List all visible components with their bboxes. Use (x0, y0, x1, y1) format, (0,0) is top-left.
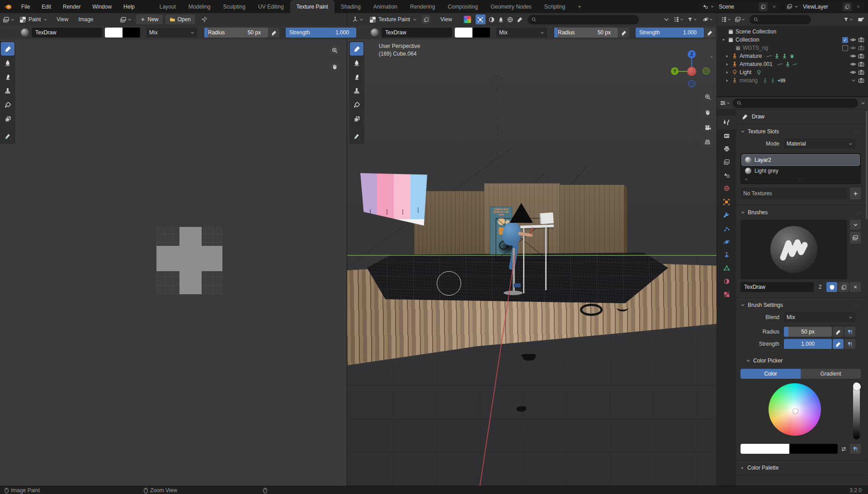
image-mode-dropdown[interactable]: Paint (20, 16, 47, 23)
color-palette-panel-header[interactable]: Color Palette (736, 463, 866, 472)
menu-render[interactable]: Render (57, 0, 86, 13)
camera-icon[interactable] (858, 77, 864, 84)
blend-mode-dropdown[interactable]: Mix (496, 28, 547, 38)
collection-checkbox[interactable] (842, 45, 848, 51)
menu-view[interactable]: View (436, 14, 457, 25)
gradient-board[interactable] (360, 173, 427, 226)
sidebar-collapse-chevron[interactable]: ‹ (711, 53, 712, 60)
droplets-icon[interactable] (498, 16, 504, 23)
strength-slider[interactable]: Strength 1.000 (286, 28, 356, 38)
menu-view[interactable]: View (52, 14, 73, 25)
blend-mode-dropdown[interactable]: Mix (146, 28, 197, 38)
slot-mode-dropdown[interactable]: Material (784, 139, 855, 149)
grip-icon[interactable]: :::: (855, 129, 862, 134)
brush-dropdown-button[interactable] (850, 220, 861, 230)
chevron-down-icon[interactable] (861, 101, 865, 105)
zoom-in-button[interactable] (329, 44, 340, 56)
delete-scene-button[interactable] (769, 2, 778, 11)
outliner-scene-dropdown[interactable] (735, 16, 745, 23)
menu-image[interactable]: Image (74, 14, 98, 25)
viewport-search-input[interactable] (528, 15, 639, 24)
tab-material[interactable] (717, 275, 736, 288)
tool-mask[interactable] (350, 112, 363, 126)
chevron-down-icon[interactable] (794, 5, 798, 9)
floor-worm-prop[interactable] (617, 304, 628, 311)
secondary-color-swatch[interactable] (472, 28, 490, 38)
value-slider-handle[interactable] (853, 383, 861, 390)
texture-slots-panel-header[interactable]: Texture Slots :::: (736, 127, 866, 136)
outliner-row-collection[interactable]: Collection ✓ (717, 36, 868, 44)
tab-modifiers[interactable] (717, 209, 736, 222)
strength-slider[interactable]: Strength 1.000 (636, 28, 704, 38)
outliner-search-input[interactable] (750, 15, 811, 24)
viewport-3d[interactable]: CINEMA WAS BORN AT THE FAIR (347, 39, 717, 486)
pin-icon[interactable] (201, 16, 208, 23)
strength-texture-icon[interactable] (844, 339, 855, 349)
new-viewlayer-button[interactable] (843, 2, 852, 11)
tab-color[interactable]: Color (741, 369, 801, 379)
strength-pressure-icon[interactable] (704, 28, 715, 38)
workspace-tab-shading[interactable]: Shading (335, 0, 367, 13)
scene-icon[interactable] (703, 4, 708, 9)
tool-clone[interactable] (1, 84, 14, 98)
blend-dropdown[interactable]: Mix (784, 312, 855, 322)
navigation-gizmo[interactable]: Z Y (669, 47, 714, 93)
expand-triangle-icon[interactable] (721, 38, 726, 42)
tab-view-layer[interactable] (717, 155, 736, 169)
color-picker-panel-header[interactable]: Color Picker (736, 356, 866, 365)
ortho-grid-button[interactable] (702, 136, 713, 148)
workspace-tab-modeling[interactable]: Modeling (182, 0, 217, 13)
tab-object[interactable] (717, 195, 736, 209)
menu-file[interactable]: File (15, 0, 36, 13)
brush-name-field[interactable]: TexDraw (741, 282, 814, 292)
brush-preview-icon[interactable] (371, 28, 379, 37)
scene-name[interactable]: Scene (716, 4, 757, 10)
brush-preview-icon[interactable] (21, 28, 29, 37)
resize-grip-icon[interactable]: :::: (797, 177, 804, 182)
camera-icon[interactable] (858, 61, 864, 67)
vertex-mask-icon[interactable] (488, 16, 495, 23)
floor-gear-prop[interactable] (523, 354, 535, 361)
swap-colors-icon[interactable] (840, 446, 847, 452)
brush-image-button[interactable] (850, 232, 861, 244)
collection-checkbox[interactable]: ✓ (842, 37, 848, 43)
eye-icon[interactable] (850, 53, 856, 59)
viewlayer-icon[interactable] (787, 4, 793, 9)
new-scene-button[interactable] (759, 2, 768, 11)
radius-texture-icon[interactable] (844, 327, 855, 337)
workspace-tab-compositing[interactable]: Compositing (441, 0, 484, 13)
tool-soften[interactable] (350, 56, 363, 70)
properties-editor-type[interactable] (720, 100, 730, 106)
brush-users-count[interactable]: 2 (815, 282, 826, 292)
blender-logo-icon[interactable] (0, 4, 15, 10)
radius-slider[interactable]: Radius 50 px (204, 28, 268, 38)
brushes-panel-header[interactable]: Brushes :::: (736, 208, 866, 217)
strength-slider[interactable]: 1.000 (784, 339, 832, 349)
delete-viewlayer-button[interactable] (854, 2, 863, 11)
collapse-chevron-icon[interactable] (663, 16, 670, 23)
outliner-row-light[interactable]: Light (717, 68, 868, 76)
tab-scene[interactable] (717, 169, 736, 182)
background-color-swatch[interactable] (789, 444, 838, 454)
color-texture-icon[interactable] (850, 444, 861, 454)
tab-data[interactable] (717, 262, 736, 275)
gizmo-z-ball[interactable]: Z (688, 50, 696, 58)
primary-color-swatch[interactable] (455, 28, 472, 38)
image-editor-canvas[interactable] (0, 39, 347, 486)
editor-type-selector[interactable] (352, 16, 363, 23)
workspace-tab-animation[interactable]: Animation (367, 0, 404, 13)
gizmos-dropdown[interactable] (703, 16, 713, 23)
tool-clone[interactable] (350, 84, 363, 98)
slot-item-light-grey[interactable]: Light grey (742, 165, 859, 176)
workspace-tab-texture-paint[interactable]: Texture Paint (290, 0, 335, 13)
foreground-color-swatch[interactable] (741, 444, 789, 454)
wall-panel-right[interactable] (559, 185, 624, 255)
brush-settings-panel-header[interactable]: Brush Settings :::: (736, 301, 866, 310)
eye-icon[interactable] (850, 37, 856, 43)
workspace-tab-scripting[interactable]: Scripting (538, 0, 572, 13)
value-slider[interactable] (853, 382, 860, 439)
tool-fill[interactable] (1, 98, 14, 112)
strength-pressure-icon[interactable] (833, 339, 844, 349)
outliner-row-armature[interactable]: Armature (717, 52, 868, 60)
collapse-triangle-icon[interactable] (724, 79, 730, 83)
